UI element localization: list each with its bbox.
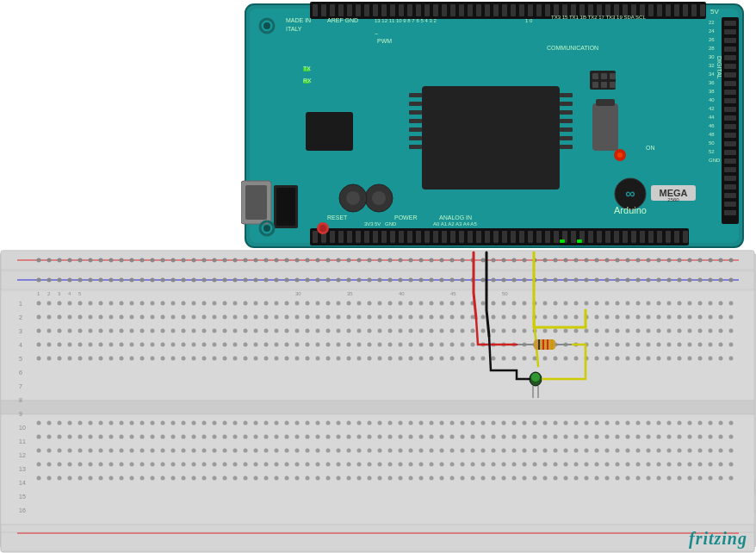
svg-text:36: 36 xyxy=(709,80,715,85)
svg-point-755 xyxy=(471,258,475,263)
svg-point-293 xyxy=(616,343,620,347)
svg-point-264 xyxy=(316,343,320,347)
svg-point-106 xyxy=(89,315,93,320)
svg-point-356 xyxy=(564,357,568,361)
svg-point-565 xyxy=(616,449,620,453)
svg-point-821 xyxy=(450,278,455,283)
svg-point-654 xyxy=(130,476,134,481)
svg-point-737 xyxy=(285,258,289,263)
svg-point-449 xyxy=(120,435,124,439)
svg-text:50: 50 xyxy=(502,291,508,296)
svg-point-744 xyxy=(357,258,362,263)
svg-point-801 xyxy=(244,278,248,283)
svg-point-428 xyxy=(605,421,610,426)
svg-point-296 xyxy=(647,343,651,347)
svg-point-99 xyxy=(719,301,723,306)
svg-point-501 xyxy=(657,435,661,439)
svg-point-54 xyxy=(254,301,258,306)
svg-point-83 xyxy=(554,301,558,306)
svg-point-292 xyxy=(605,343,610,347)
svg-point-189 xyxy=(244,329,248,333)
svg-point-583 xyxy=(99,463,103,467)
svg-point-47 xyxy=(182,301,186,306)
svg-point-584 xyxy=(109,463,114,467)
svg-rect-975 xyxy=(536,231,542,243)
svg-point-1022 xyxy=(617,152,623,158)
svg-rect-28 xyxy=(1,401,754,414)
svg-point-343 xyxy=(430,357,434,361)
svg-point-357 xyxy=(574,357,579,361)
svg-point-348 xyxy=(481,357,486,361)
svg-point-239 xyxy=(58,343,62,347)
svg-point-797 xyxy=(202,278,207,283)
svg-point-591 xyxy=(182,463,186,467)
svg-point-681 xyxy=(409,476,413,481)
svg-point-188 xyxy=(233,329,238,333)
svg-point-303 xyxy=(719,343,723,347)
svg-point-191 xyxy=(264,329,269,333)
svg-point-281 xyxy=(492,343,496,347)
svg-point-782 xyxy=(47,278,52,283)
svg-point-537 xyxy=(326,449,331,453)
svg-point-299 xyxy=(678,343,682,347)
svg-point-160 xyxy=(647,315,651,320)
svg-point-739 xyxy=(306,258,310,263)
svg-text:COMMUNICATION: COMMUNICATION xyxy=(547,45,598,51)
svg-point-306 xyxy=(47,357,52,361)
svg-point-664 xyxy=(233,476,238,481)
svg-point-413 xyxy=(450,421,455,426)
svg-rect-1080 xyxy=(560,239,565,243)
svg-point-477 xyxy=(409,435,413,439)
svg-text:TX3 15  TX1 1B  TX2 17  TX3 19: TX3 15 TX1 1B TX2 17 TX3 19 SDA SCL xyxy=(551,15,646,20)
svg-rect-922 xyxy=(691,4,697,16)
svg-point-103 xyxy=(58,315,62,320)
svg-point-433 xyxy=(657,421,661,426)
svg-rect-946 xyxy=(724,202,736,207)
svg-point-389 xyxy=(202,421,207,426)
svg-point-379 xyxy=(99,421,103,426)
svg-point-315 xyxy=(140,357,145,361)
svg-point-471 xyxy=(347,435,351,439)
svg-text:ANALOG IN: ANALOG IN xyxy=(439,214,472,221)
svg-point-317 xyxy=(161,357,165,361)
svg-point-308 xyxy=(68,357,72,361)
svg-rect-972 xyxy=(511,231,516,243)
svg-rect-959 xyxy=(399,231,404,243)
svg-point-325 xyxy=(244,357,248,361)
svg-point-667 xyxy=(264,476,269,481)
svg-point-89 xyxy=(616,301,620,306)
svg-rect-939 xyxy=(724,141,736,146)
svg-point-440 xyxy=(729,421,734,426)
svg-point-249 xyxy=(161,343,165,347)
svg-point-248 xyxy=(151,343,155,347)
svg-point-345 xyxy=(450,357,455,361)
svg-point-152 xyxy=(564,315,568,320)
svg-point-383 xyxy=(140,421,145,426)
svg-rect-971 xyxy=(502,231,507,243)
svg-point-596 xyxy=(233,463,238,467)
svg-point-123 xyxy=(264,315,269,320)
svg-point-279 xyxy=(471,343,475,347)
svg-point-519 xyxy=(140,449,145,453)
svg-point-141 xyxy=(450,315,455,320)
svg-point-586 xyxy=(130,463,134,467)
svg-point-393 xyxy=(244,421,248,426)
svg-point-410 xyxy=(419,421,424,426)
svg-point-44 xyxy=(151,301,155,306)
svg-point-324 xyxy=(233,357,238,361)
svg-rect-995 xyxy=(409,102,422,106)
svg-point-648 xyxy=(68,476,72,481)
svg-point-85 xyxy=(574,301,579,306)
svg-text:5: 5 xyxy=(19,356,22,362)
svg-point-495 xyxy=(595,435,599,439)
svg-point-122 xyxy=(254,315,258,320)
svg-point-149 xyxy=(533,315,537,320)
svg-rect-938 xyxy=(724,133,736,138)
svg-point-76 xyxy=(481,301,486,306)
svg-point-91 xyxy=(636,301,641,306)
svg-point-283 xyxy=(512,343,517,347)
svg-point-747 xyxy=(388,258,393,263)
svg-point-534 xyxy=(295,449,300,453)
svg-point-337 xyxy=(368,357,372,361)
svg-point-262 xyxy=(295,343,300,347)
